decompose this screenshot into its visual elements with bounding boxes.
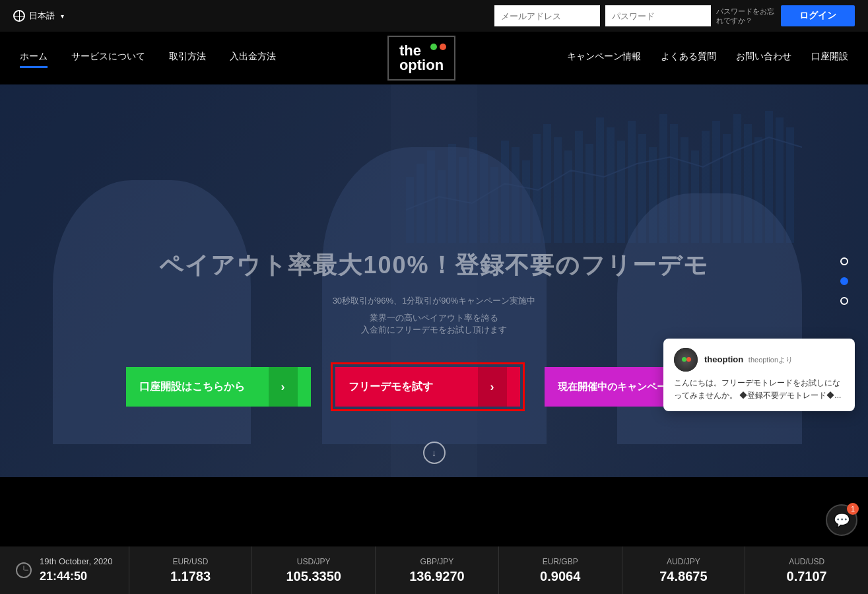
ticker-pair-eurusd: EUR/USD 1.1783	[129, 546, 253, 594]
logo[interactable]: the option	[387, 36, 455, 81]
ticker-pair-audjpy: AUD/JPY 74.8675	[622, 546, 746, 594]
language-selector[interactable]: 日本語 ▾	[13, 10, 64, 22]
ticker-pairs: EUR/USD 1.1783 USD/JPY 105.3350 GBP/JPY …	[129, 546, 868, 594]
email-input[interactable]	[494, 5, 600, 26]
chat-dot-red	[686, 357, 691, 362]
campaign-label: 現在開催中のキャンペーン	[558, 381, 677, 393]
nav-item-deposit[interactable]: 入出金方法	[230, 51, 276, 65]
nav-right: キャンペーン情報 よくある質問 お問い合わせ 口座開設	[567, 51, 848, 65]
free-demo-label: フリーデモを試す	[349, 380, 433, 394]
chat-popup-header: theoption theoptionより	[674, 348, 844, 372]
demo-button-wrapper: フリーデモを試す ›	[331, 362, 525, 411]
ticker-pair-gbpjpy: GBP/JPY 136.9270	[376, 546, 499, 594]
globe-icon	[13, 10, 25, 22]
hero-sub1: 30秒取引が96%、1分取引が90%キャンペーン実施中	[333, 295, 536, 307]
dot-green	[430, 44, 437, 50]
ticker-bar: 19th October, 2020 21:44:50 EUR/USD 1.17…	[0, 546, 868, 594]
nav-item-contact[interactable]: お問い合わせ	[736, 51, 791, 65]
slider-dots	[840, 257, 848, 305]
chat-message: こんにちは。フリーデモトレードをお試しになってみませんか。 ◆登録不要デモトレー…	[674, 377, 844, 402]
chat-popup: theoption theoptionより こんにちは。フリーデモトレードをお試…	[663, 339, 855, 411]
nav-item-faq[interactable]: よくある質問	[661, 51, 716, 65]
chevron-down-icon: ▾	[61, 13, 64, 20]
nav-item-home[interactable]: ホーム	[20, 51, 48, 65]
logo-text-the: the	[399, 44, 421, 58]
slider-dot-3[interactable]	[840, 297, 848, 305]
slider-dot-2[interactable]	[840, 277, 848, 285]
chat-widget-icon: 💬	[834, 512, 850, 528]
hero-buttons: 口座開設はこちらから › フリーデモを試す › 現在開催中のキャンペーン ›	[126, 362, 743, 411]
ticker-date-time: 19th October, 2020 21:44:50	[40, 556, 113, 584]
clock-icon	[16, 562, 32, 578]
password-input[interactable]	[605, 5, 711, 26]
forgot-password-link[interactable]: パスワードをお忘れですか？	[716, 7, 776, 26]
nav-item-campaign[interactable]: キャンペーン情報	[567, 51, 641, 65]
chat-sender-info: theoption theoptionより	[704, 354, 793, 365]
logo-text-option: option	[399, 58, 444, 73]
free-demo-button[interactable]: フリーデモを試す ›	[335, 367, 520, 407]
ticker-time: 19th October, 2020 21:44:50	[0, 546, 129, 594]
chat-widget-badge: 1	[847, 503, 859, 515]
hero-sub2: 業界一の高いペイアウト率を誇る入金前にフリーデモをお試し頂けます	[361, 312, 507, 336]
top-bar: 日本語 ▾ パスワードをお忘れですか？ ログイン	[0, 0, 868, 32]
chat-dot-green	[682, 357, 686, 362]
logo-dots	[430, 44, 446, 50]
slider-dot-1[interactable]	[840, 257, 848, 265]
dot-red	[440, 44, 446, 50]
open-account-label: 口座開設はこちらから	[139, 380, 245, 394]
chat-avatar-inner	[674, 348, 698, 372]
ticker-pair-audusd: AUD/USD 0.7107	[745, 546, 868, 594]
hero-content: ペイアウト率最大100%！登録不要のフリーデモ 30秒取引が96%、1分取引が9…	[0, 84, 868, 477]
scroll-down-indicator[interactable]: ↓	[423, 442, 446, 464]
chat-sender-name: theoption theoptionより	[704, 354, 793, 365]
open-account-button[interactable]: 口座開設はこちらから ›	[126, 367, 311, 407]
language-label: 日本語	[29, 10, 55, 22]
nav-item-trading[interactable]: 取引方法	[169, 51, 206, 65]
hero-headline: ペイアウト率最大100%！登録不要のフリーデモ	[159, 249, 708, 282]
nav-item-services[interactable]: サービスについて	[71, 51, 145, 65]
nav-item-open-account[interactable]: 口座開設	[811, 51, 848, 65]
free-demo-arrow: ›	[478, 367, 507, 407]
chat-avatar	[674, 348, 698, 372]
nav-left: ホーム サービスについて 取引方法 入出金方法	[20, 51, 276, 65]
login-area: パスワードをお忘れですか？ ログイン	[494, 5, 855, 26]
ticker-pair-eurgbp: EUR/GBP 0.9064	[499, 546, 622, 594]
hero-section: ペイアウト率最大100%！登録不要のフリーデモ 30秒取引が96%、1分取引が9…	[0, 84, 868, 477]
ticker-pair-usdjpy: USD/JPY 105.3350	[252, 546, 376, 594]
nav-bar: ホーム サービスについて 取引方法 入出金方法 the option キャンペー…	[0, 32, 868, 84]
login-button[interactable]: ログイン	[781, 5, 855, 26]
chat-widget-button[interactable]: 💬 1	[826, 504, 857, 536]
open-account-arrow: ›	[269, 367, 298, 407]
